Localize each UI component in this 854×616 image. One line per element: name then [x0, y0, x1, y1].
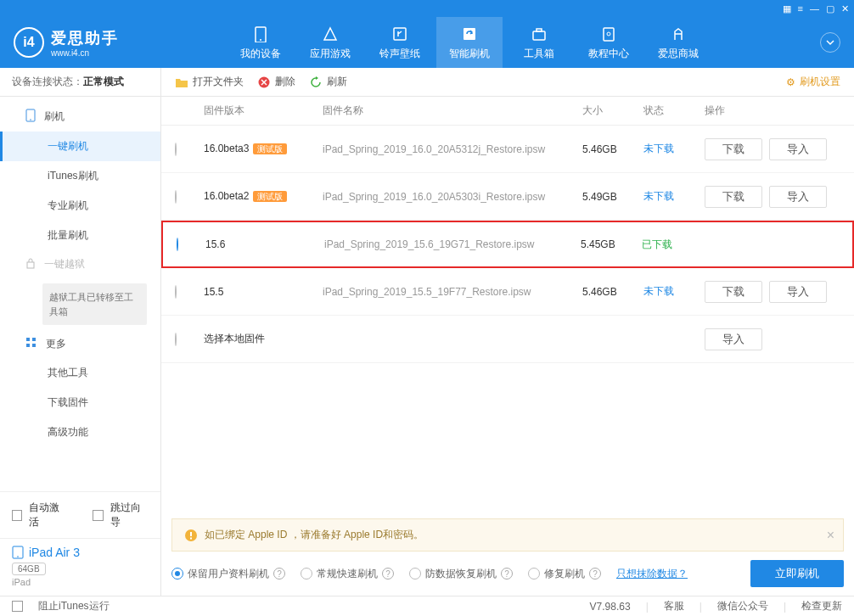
side-item-一键刷机[interactable]: 一键刷机	[0, 132, 160, 161]
firmware-status: 未下载	[643, 142, 705, 156]
window-maximize-icon[interactable]: ▢	[826, 3, 834, 14]
download-button[interactable]: 下载	[705, 186, 762, 208]
window-titlebar: ▦ ≡ — ▢ ✕	[0, 0, 854, 17]
firmware-size: 5.46GB	[582, 143, 643, 155]
skip-guide-label: 跳过向导	[110, 501, 149, 529]
firmware-filename: iPad_Spring_2019_15.5_19F77_Restore.ipsw	[323, 286, 582, 298]
firmware-version: 选择本地固件	[204, 332, 323, 346]
flash-radio[interactable]	[301, 568, 312, 580]
flash-radio[interactable]	[528, 568, 540, 580]
side-item-下载固件[interactable]: 下载固件	[0, 388, 160, 417]
header-dropdown-icon[interactable]	[820, 32, 840, 53]
import-button[interactable]: 导入	[769, 138, 827, 160]
side-group-一键越狱[interactable]: 一键越狱	[0, 250, 160, 278]
firmware-row[interactable]: 15.6iPad_Spring_2019_15.6_19G71_Restore.…	[161, 221, 854, 268]
gear-icon: ⚙	[786, 76, 795, 88]
help-icon[interactable]: ?	[273, 568, 285, 580]
flash-option[interactable]: 修复刷机?	[528, 567, 601, 581]
footer-support[interactable]: 客服	[664, 599, 684, 613]
firmware-status: 未下载	[643, 189, 705, 204]
help-icon[interactable]: ?	[501, 568, 513, 580]
logo-icon: i4	[14, 27, 44, 58]
row-radio[interactable]	[175, 190, 177, 204]
device-connection-status: 设备连接状态： 正常模式	[0, 68, 160, 97]
auto-activate-checkbox[interactable]	[12, 510, 22, 521]
erase-data-link[interactable]: 只想抹除数据？	[616, 567, 688, 581]
row-radio[interactable]	[175, 143, 177, 156]
side-item-高级功能[interactable]: 高级功能	[0, 417, 160, 447]
window-minimize-icon[interactable]: —	[810, 3, 819, 14]
download-button[interactable]: 下载	[705, 138, 762, 160]
firmware-filename: iPad_Spring_2019_16.0_20A5312j_Restore.i…	[323, 143, 582, 155]
row-radio[interactable]	[177, 238, 178, 251]
svg-rect-6	[604, 28, 614, 41]
nav-铃声壁纸[interactable]: 铃声壁纸	[367, 17, 433, 68]
sidebar: 设备连接状态： 正常模式 刷机一键刷机iTunes刷机专业刷机批量刷机一键越狱越…	[0, 68, 161, 596]
help-icon[interactable]: ?	[382, 568, 394, 580]
notice-close-icon[interactable]: ×	[827, 528, 834, 543]
flash-radio[interactable]	[171, 568, 183, 580]
footer-update[interactable]: 检查更新	[801, 599, 842, 613]
device-type: iPad	[12, 577, 149, 587]
skip-guide-checkbox[interactable]	[93, 510, 103, 521]
nav-智能刷机[interactable]: 智能刷机	[436, 17, 503, 68]
firmware-status: 未下载	[643, 284, 705, 299]
firmware-version: 15.6	[205, 238, 324, 250]
toolbar: 打开文件夹 删除 刷新 ⚙ 刷机设置	[161, 68, 854, 97]
refresh-button[interactable]: 刷新	[309, 75, 347, 89]
beta-badge: 测试版	[253, 191, 287, 202]
status-label: 设备连接状态：	[12, 75, 83, 89]
delete-button[interactable]: 删除	[257, 75, 295, 89]
block-itunes-checkbox[interactable]	[12, 601, 23, 612]
nav-应用游戏[interactable]: 应用游戏	[297, 17, 363, 68]
nav-教程中心[interactable]: 教程中心	[576, 17, 642, 68]
flash-radio[interactable]	[409, 568, 421, 580]
device-name[interactable]: iPad Air 3	[12, 546, 149, 559]
import-button[interactable]: 导入	[769, 281, 827, 303]
app-header: i4 爱思助手 www.i4.cn 我的设备应用游戏铃声壁纸智能刷机工具箱教程中…	[0, 17, 854, 68]
titlebar-menu-icon[interactable]: ≡	[798, 3, 803, 14]
firmware-size: 5.45GB	[581, 238, 642, 250]
nav-我的设备[interactable]: 我的设备	[228, 17, 294, 68]
titlebar-grid-icon[interactable]: ▦	[783, 3, 791, 14]
footer-wechat[interactable]: 微信公众号	[717, 599, 768, 613]
flash-option[interactable]: 保留用户资料刷机?	[171, 567, 285, 581]
svg-rect-5	[537, 29, 542, 31]
nav-工具箱[interactable]: 工具箱	[506, 17, 572, 68]
flash-option[interactable]: 常规快速刷机?	[301, 567, 394, 581]
row-radio[interactable]	[175, 285, 177, 299]
phone-icon	[25, 109, 36, 125]
window-close-icon[interactable]: ✕	[841, 3, 849, 14]
svg-rect-11	[26, 338, 30, 341]
open-folder-button[interactable]: 打开文件夹	[175, 75, 244, 89]
firmware-row[interactable]: 16.0beta2测试版iPad_Spring_2019_16.0_20A530…	[161, 173, 854, 221]
row-radio[interactable]	[175, 333, 177, 346]
firmware-row[interactable]: 选择本地固件导入	[161, 316, 854, 363]
side-item-批量刷机[interactable]: 批量刷机	[0, 221, 160, 250]
firmware-row[interactable]: 15.5iPad_Spring_2019_15.5_19F77_Restore.…	[161, 268, 854, 316]
notice-text: 如已绑定 Apple ID ，请准备好 Apple ID和密码。	[205, 528, 424, 542]
firmware-row[interactable]: 16.0beta3测试版iPad_Spring_2019_16.0_20A531…	[161, 126, 854, 173]
firmware-version: 15.5	[204, 286, 323, 298]
import-button[interactable]: 导入	[769, 186, 827, 208]
help-icon[interactable]: ?	[589, 568, 601, 580]
auto-activate-label: 自动激活	[29, 501, 67, 529]
side-item-其他工具[interactable]: 其他工具	[0, 358, 160, 388]
nav-爱思商城[interactable]: 爱思商城	[645, 17, 711, 68]
svg-rect-3	[464, 28, 475, 40]
side-item-iTunes刷机[interactable]: iTunes刷机	[0, 161, 160, 191]
side-item-专业刷机[interactable]: 专业刷机	[0, 191, 160, 221]
download-button[interactable]: 下载	[705, 281, 762, 303]
firmware-table: 16.0beta3测试版iPad_Spring_2019_16.0_20A531…	[161, 126, 854, 363]
flash-option[interactable]: 防数据恢复刷机?	[409, 567, 513, 581]
side-group-刷机[interactable]: 刷机	[0, 102, 160, 132]
app-version: V7.98.63	[590, 601, 631, 613]
flash-settings-button[interactable]: ⚙ 刷机设置	[786, 75, 840, 89]
side-group-更多[interactable]: 更多	[0, 330, 160, 358]
import-button[interactable]: 导入	[705, 328, 762, 350]
lock-icon	[25, 257, 36, 272]
svg-rect-13	[26, 344, 30, 347]
firmware-filename: iPad_Spring_2019_15.6_19G71_Restore.ipsw	[324, 238, 581, 250]
flash-now-button[interactable]: 立即刷机	[750, 560, 844, 587]
warning-icon	[184, 529, 198, 542]
